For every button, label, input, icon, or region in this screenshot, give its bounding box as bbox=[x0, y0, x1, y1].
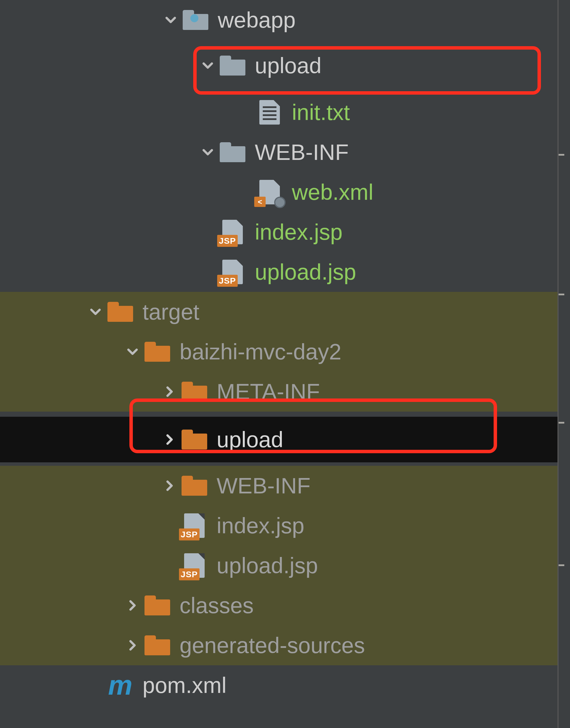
excluded-folder-icon bbox=[181, 472, 208, 499]
tree-item-project-build[interactable]: baizhi-mvc-day2 bbox=[0, 332, 557, 372]
tree-label: pom.xml bbox=[142, 674, 227, 696]
excluded-folder-icon bbox=[106, 298, 134, 325]
chevron-right-icon[interactable] bbox=[161, 431, 178, 448]
tree-label: index.jsp bbox=[217, 514, 304, 537]
jsp-badge: JSP bbox=[179, 528, 200, 540]
xml-file-icon: < bbox=[256, 179, 283, 206]
tree-item-upload-jsp-src[interactable]: JSP upload.jsp bbox=[0, 252, 557, 292]
tree-item-index-jsp-src[interactable]: JSP index.jsp bbox=[0, 212, 557, 252]
tree-item-upload-jsp-target[interactable]: JSP upload.jsp bbox=[0, 545, 557, 585]
tree-item-init-txt[interactable]: init.txt bbox=[0, 92, 557, 132]
tree-label: META-INF bbox=[217, 381, 320, 403]
chevron-down-icon[interactable] bbox=[200, 144, 216, 161]
tree-label: upload bbox=[217, 428, 283, 451]
excluded-folder-icon bbox=[144, 592, 171, 619]
chevron-down-icon[interactable] bbox=[124, 343, 141, 360]
gutter-mark bbox=[559, 294, 564, 295]
folder-icon bbox=[219, 52, 246, 79]
webroot-folder-icon bbox=[182, 6, 209, 34]
jsp-file-icon: JSP bbox=[219, 218, 246, 246]
tree-label: web.xml bbox=[292, 181, 373, 203]
tree-item-web-inf-src[interactable]: WEB-INF bbox=[0, 132, 557, 172]
tree-label: webapp bbox=[218, 9, 296, 31]
excluded-folder-icon bbox=[181, 426, 208, 453]
jsp-badge: JSP bbox=[217, 275, 238, 287]
chevron-right-icon[interactable] bbox=[161, 384, 178, 400]
tree-item-upload-target[interactable]: upload bbox=[0, 417, 557, 462]
tree-label: WEB-INF bbox=[255, 141, 348, 163]
jsp-badge: JSP bbox=[179, 568, 200, 580]
tree-label: init.txt bbox=[292, 101, 350, 124]
chevron-down-icon[interactable] bbox=[87, 303, 104, 320]
tree-label: classes bbox=[180, 594, 254, 617]
excluded-folder-icon bbox=[144, 632, 171, 659]
tree-item-web-xml[interactable]: < web.xml bbox=[0, 172, 557, 212]
tree-item-pom-xml[interactable]: m pom.xml bbox=[0, 665, 557, 705]
tree-item-webapp[interactable]: webapp bbox=[0, 0, 557, 40]
tree-item-web-inf-target[interactable]: WEB-INF bbox=[0, 466, 557, 506]
gutter-mark bbox=[559, 154, 564, 156]
text-file-icon bbox=[256, 98, 283, 126]
tree-item-index-jsp-target[interactable]: JSP index.jsp bbox=[0, 506, 557, 545]
excluded-folder-icon bbox=[181, 378, 208, 405]
jsp-file-icon: JSP bbox=[181, 552, 208, 579]
chevron-down-icon[interactable] bbox=[200, 57, 216, 74]
tree-item-upload-src[interactable]: upload bbox=[0, 46, 557, 85]
tree-label: target bbox=[142, 301, 199, 323]
excluded-folder-icon bbox=[144, 338, 171, 366]
chevron-right-icon[interactable] bbox=[124, 637, 141, 654]
maven-file-icon: m bbox=[106, 672, 134, 699]
folder-icon bbox=[219, 139, 246, 166]
tree-item-generated-sources[interactable]: generated-sources bbox=[0, 626, 557, 665]
chevron-right-icon[interactable] bbox=[161, 477, 178, 494]
jsp-file-icon: JSP bbox=[181, 512, 208, 539]
tree-label: index.jsp bbox=[255, 221, 343, 243]
tree-label: upload bbox=[255, 54, 321, 77]
tree-item-meta-inf[interactable]: META-INF bbox=[0, 372, 557, 412]
jsp-file-icon: JSP bbox=[219, 258, 246, 286]
project-tree-panel[interactable]: webapp upload init.txt WEB-INF < bbox=[0, 0, 559, 728]
chevron-down-icon[interactable] bbox=[163, 12, 179, 28]
tree-label: baizhi-mvc-day2 bbox=[180, 340, 341, 363]
tree-label: generated-sources bbox=[180, 634, 365, 657]
tree-label: WEB-INF bbox=[217, 475, 310, 497]
jsp-badge: JSP bbox=[217, 235, 238, 247]
gutter-mark bbox=[559, 422, 564, 424]
tree-label: upload.jsp bbox=[255, 261, 356, 283]
chevron-right-icon[interactable] bbox=[124, 597, 141, 614]
tree-item-classes[interactable]: classes bbox=[0, 585, 557, 626]
tree-item-target[interactable]: target bbox=[0, 292, 557, 332]
gutter-mark bbox=[559, 564, 564, 566]
tree-label: upload.jsp bbox=[217, 554, 318, 577]
editor-gutter-right bbox=[559, 0, 570, 728]
